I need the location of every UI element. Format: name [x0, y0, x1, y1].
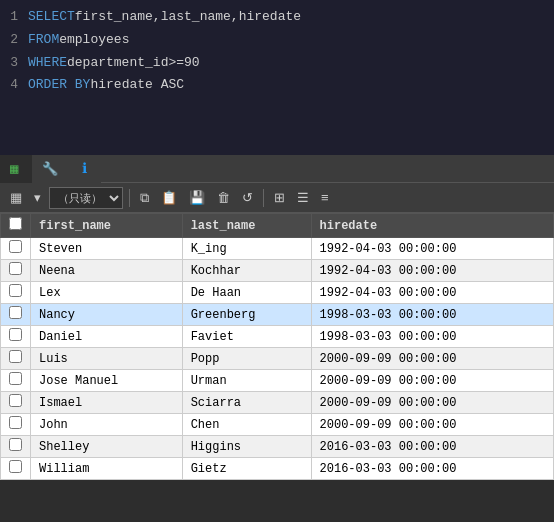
cell-hiredate: 1992-04-03 00:00:00 — [311, 260, 553, 282]
cell-last_name: Sciarra — [182, 392, 311, 414]
row-checkbox-cell — [1, 392, 31, 414]
table-row[interactable]: NeenaKochhar1992-04-03 00:00:00 — [1, 260, 554, 282]
toolbar-btn-delete[interactable]: 🗑 — [213, 188, 234, 207]
cell-last_name: Higgins — [182, 436, 311, 458]
cell-last_name: Urman — [182, 370, 311, 392]
sql-token: SELECT — [28, 7, 75, 28]
cell-last_name: K_ing — [182, 238, 311, 260]
row-checkbox-cell — [1, 370, 31, 392]
sql-token: hiredate ASC — [90, 75, 184, 96]
sql-token: first_name,last_name,hiredate — [75, 7, 301, 28]
table-row[interactable]: Jose ManuelUrman2000-09-09 00:00:00 — [1, 370, 554, 392]
table-row[interactable]: WilliamGietz2016-03-03 00:00:00 — [1, 458, 554, 480]
sql-line: 2FROM employees — [0, 29, 554, 52]
line-number: 3 — [0, 53, 28, 74]
table-body: StevenK_ing1992-04-03 00:00:00NeenaKochh… — [1, 238, 554, 480]
sql-line: 4ORDER BY hiredate ASC — [0, 74, 554, 97]
header-checkbox — [1, 214, 31, 238]
row-checkbox[interactable] — [9, 394, 22, 407]
cell-first_name: Shelley — [31, 436, 183, 458]
cell-first_name: Neena — [31, 260, 183, 282]
row-checkbox[interactable] — [9, 460, 22, 473]
cell-hiredate: 2000-09-09 00:00:00 — [311, 392, 553, 414]
table-header-row: first_name last_name hiredate — [1, 214, 554, 238]
cell-hiredate: 2000-09-09 00:00:00 — [311, 370, 553, 392]
row-checkbox[interactable] — [9, 416, 22, 429]
cell-last_name: Faviet — [182, 326, 311, 348]
cell-first_name: William — [31, 458, 183, 480]
data-table: first_name last_name hiredate StevenK_in… — [0, 213, 554, 480]
select-all-checkbox[interactable] — [9, 217, 22, 230]
sql-token: department_id>=90 — [67, 53, 200, 74]
toolbar-btn-dropdown[interactable]: ▾ — [30, 188, 45, 207]
tab-config[interactable]: 🔧 — [32, 155, 72, 183]
cell-hiredate: 2016-03-03 00:00:00 — [311, 436, 553, 458]
toolbar-btn-copy[interactable]: ⧉ — [136, 188, 153, 208]
header-last-name: last_name — [182, 214, 311, 238]
row-checkbox-cell — [1, 414, 31, 436]
header-hiredate: hiredate — [311, 214, 553, 238]
cell-first_name: Lex — [31, 282, 183, 304]
table-row[interactable]: IsmaelSciarra2000-09-09 00:00:00 — [1, 392, 554, 414]
table-row[interactable]: ShelleyHiggins2016-03-03 00:00:00 — [1, 436, 554, 458]
cell-first_name: Steven — [31, 238, 183, 260]
toolbar-btn-text[interactable]: ≡ — [317, 188, 333, 207]
table-row[interactable]: DanielFaviet1998-03-03 00:00:00 — [1, 326, 554, 348]
separator-2 — [263, 189, 264, 207]
table-row[interactable]: LexDe Haan1992-04-03 00:00:00 — [1, 282, 554, 304]
sql-line: 3WHERE department_id>=90 — [0, 52, 554, 75]
tab-info[interactable]: ℹ — [72, 155, 101, 183]
table-row[interactable]: LuisPopp2000-09-09 00:00:00 — [1, 348, 554, 370]
toolbar-btn-grid[interactable]: ⊞ — [270, 188, 289, 207]
row-checkbox-cell — [1, 458, 31, 480]
cell-hiredate: 1992-04-03 00:00:00 — [311, 282, 553, 304]
results-tab-icon: ▦ — [10, 160, 18, 177]
tab-bar: ▦ 🔧 ℹ — [0, 155, 554, 183]
row-checkbox[interactable] — [9, 262, 22, 275]
table-row[interactable]: NancyGreenberg1998-03-03 00:00:00 — [1, 304, 554, 326]
toolbar: ▦ ▾ （只读）编辑 ⧉ 📋 💾 🗑 ↺ ⊞ ☰ ≡ — [0, 183, 554, 213]
toolbar-btn-refresh[interactable]: ↺ — [238, 188, 257, 207]
cell-hiredate: 1992-04-03 00:00:00 — [311, 238, 553, 260]
row-checkbox-cell — [1, 282, 31, 304]
cell-first_name: Daniel — [31, 326, 183, 348]
row-checkbox-cell — [1, 238, 31, 260]
line-number: 4 — [0, 75, 28, 96]
line-number: 1 — [0, 7, 28, 28]
row-checkbox[interactable] — [9, 306, 22, 319]
cell-first_name: Luis — [31, 348, 183, 370]
row-checkbox-cell — [1, 436, 31, 458]
sql-editor[interactable]: 1SELECT first_name,last_name,hiredate2FR… — [0, 0, 554, 155]
tab-results[interactable]: ▦ — [0, 155, 32, 183]
row-checkbox[interactable] — [9, 372, 22, 385]
toolbar-btn-list[interactable]: ☰ — [293, 188, 313, 207]
toolbar-btn-save[interactable]: 💾 — [185, 188, 209, 207]
cell-last_name: Popp — [182, 348, 311, 370]
table-row[interactable]: JohnChen2000-09-09 00:00:00 — [1, 414, 554, 436]
cell-last_name: De Haan — [182, 282, 311, 304]
cell-last_name: Greenberg — [182, 304, 311, 326]
cell-hiredate: 2016-03-03 00:00:00 — [311, 458, 553, 480]
row-checkbox[interactable] — [9, 284, 22, 297]
table-wrapper[interactable]: first_name last_name hiredate StevenK_in… — [0, 213, 554, 480]
results-panel: ▦ 🔧 ℹ ▦ ▾ （只读）编辑 ⧉ 📋 💾 🗑 ↺ ⊞ ☰ ≡ — [0, 155, 554, 522]
row-checkbox[interactable] — [9, 328, 22, 341]
row-checkbox[interactable] — [9, 438, 22, 451]
row-checkbox[interactable] — [9, 350, 22, 363]
toolbar-icon-table[interactable]: ▦ — [6, 188, 26, 207]
cell-last_name: Chen — [182, 414, 311, 436]
config-tab-icon: 🔧 — [42, 161, 58, 177]
cell-first_name: Jose Manuel — [31, 370, 183, 392]
toolbar-btn-paste[interactable]: 📋 — [157, 188, 181, 207]
row-checkbox[interactable] — [9, 240, 22, 253]
mode-select[interactable]: （只读）编辑 — [49, 187, 123, 209]
row-checkbox-cell — [1, 326, 31, 348]
cell-first_name: Ismael — [31, 392, 183, 414]
table-row[interactable]: StevenK_ing1992-04-03 00:00:00 — [1, 238, 554, 260]
sql-line: 1SELECT first_name,last_name,hiredate — [0, 6, 554, 29]
row-checkbox-cell — [1, 348, 31, 370]
sql-token: FROM — [28, 30, 59, 51]
header-first-name: first_name — [31, 214, 183, 238]
cell-first_name: Nancy — [31, 304, 183, 326]
sql-token: ORDER BY — [28, 75, 90, 96]
